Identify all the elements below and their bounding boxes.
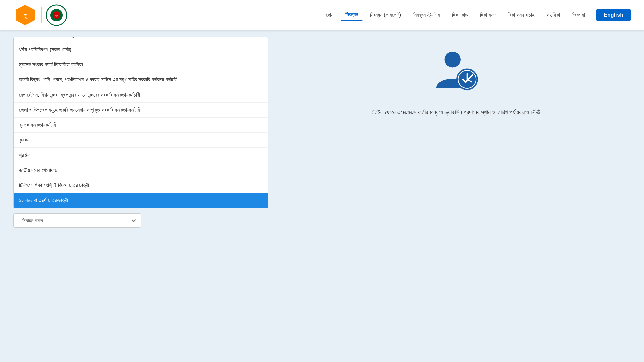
dropdown-option[interactable]: শ্রমিক bbox=[14, 148, 268, 163]
dropdown-select-wrapper: --নির্বাচন করুন-- bbox=[13, 213, 268, 228]
nav-nibondhon-status[interactable]: নিবন্ধন স্ট্যাটাস bbox=[409, 9, 445, 21]
dropdown-option[interactable]: চিকিৎসা শিক্ষা সংশ্লিষ্ট বিষয়ে ছাত্র ছা… bbox=[14, 178, 268, 193]
user-icon-area bbox=[433, 47, 480, 94]
english-button[interactable]: English bbox=[596, 9, 631, 21]
nav-tika-card[interactable]: টিকা কার্ড bbox=[447, 9, 472, 21]
dropdown-option[interactable]: জেলা ও উপজেলাসমূহে জরুরি জনসেবায় সম্পৃক… bbox=[14, 103, 268, 118]
nav-sahaika[interactable]: সহায়িকা bbox=[542, 9, 565, 21]
nav-nibondhon[interactable]: নিবন্ধন bbox=[341, 9, 363, 21]
logo-group: সু বাং bbox=[13, 3, 67, 27]
svg-point-6 bbox=[445, 52, 461, 67]
svg-text:বাং: বাং bbox=[55, 14, 58, 17]
dropdown-option[interactable]: জরুরি বিদ্যুৎ, পানি, গ্যাস, পয়ঃনিকাশন ও… bbox=[14, 72, 268, 87]
info-text: াইল ফোনে এসএমএস বার্তার মাধ্যমে ভ্যাকসিন… bbox=[372, 107, 541, 118]
dropdown-option[interactable]: রেল স্টেশন, বিমান বন্দর, স্থল বন্দর ও নৌ… bbox=[14, 87, 268, 103]
logo-divider bbox=[41, 7, 42, 23]
left-panel: প্রত্যক্ষভাবে সম্পৃক্ত সকল সরকারি ও বেসর… bbox=[13, 37, 268, 228]
second-dropdown[interactable]: --নির্বাচন করুন-- bbox=[13, 213, 141, 228]
surakkha-logo: সু bbox=[13, 3, 37, 27]
nav-home[interactable]: হোম bbox=[321, 9, 338, 21]
nav-tika-verify[interactable]: টিকা সনদ যাচাই bbox=[503, 9, 539, 21]
dropdown-list-container: প্রত্যক্ষভাবে সম্পৃক্ত সকল সরকারি ও বেসর… bbox=[13, 37, 268, 208]
header: সু বাং হোম নিবন্ধন নিবন্ধন (পাসপোর্ট) নি… bbox=[0, 0, 644, 30]
dropdown-option[interactable]: ব্যাংক কর্মকতা-কর্মচারী bbox=[14, 118, 268, 133]
dropdown-option[interactable]: ১৮ বছর বা তদুর্ধ ছাত্র-ছাত্রী bbox=[14, 193, 268, 208]
main-content: প্রত্যক্ষভাবে সম্পৃক্ত সকল সরকারি ও বেসর… bbox=[0, 30, 644, 234]
govt-logo: বাং bbox=[46, 4, 67, 26]
main-nav: হোম নিবন্ধন নিবন্ধন (পাসপোর্ট) নিবন্ধন স… bbox=[81, 9, 590, 21]
dropdown-option[interactable]: জাতীয় দলের খেলোয়াড় bbox=[14, 163, 268, 178]
nav-nibondhon-passport[interactable]: নিবন্ধন (পাসপোর্ট) bbox=[365, 9, 406, 21]
dropdown-option[interactable]: মৃতদেহ সৎকার কার্যে নিয়োজিত ব্যক্তি bbox=[14, 57, 268, 72]
dropdown-scroll-area[interactable]: প্রত্যক্ষভাবে সম্পৃক্ত সকল সরকারি ও বেসর… bbox=[14, 37, 268, 208]
right-panel: াইল ফোনে এসএমএস বার্তার মাধ্যমে ভ্যাকসিন… bbox=[282, 37, 631, 228]
dropdown-option[interactable]: সিটি কর্পোরেশন ও পৌরসভার সমুখ সারির কর্ম… bbox=[14, 37, 268, 42]
nav-jiggasa[interactable]: জিজ্ঞাসা bbox=[568, 9, 590, 21]
dropdown-option[interactable]: ধর্মীয় প্রতিনিধগণ (সকল ধর্মের) bbox=[14, 42, 268, 57]
nav-tika-sonod[interactable]: টিকা সনদ bbox=[475, 9, 500, 21]
dropdown-option[interactable]: কৃষক bbox=[14, 133, 268, 148]
user-clock-icon bbox=[433, 47, 480, 94]
